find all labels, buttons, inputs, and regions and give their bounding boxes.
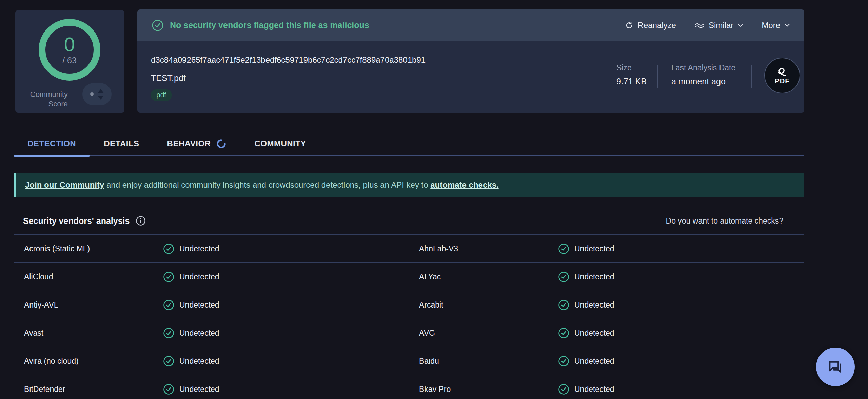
status-label: Undetected bbox=[179, 357, 219, 366]
vendor-name: AliCloud bbox=[14, 272, 163, 281]
table-row: BitDefenderUndetectedBkav ProUndetected bbox=[14, 375, 804, 399]
vendor-result: AvastUndetected bbox=[14, 319, 409, 347]
detection-score-donut: 0 / 63 bbox=[39, 19, 100, 81]
more-button[interactable]: More bbox=[762, 21, 790, 30]
divider bbox=[657, 65, 658, 88]
section-title: Security vendors' analysis bbox=[23, 216, 130, 226]
check-circle-icon bbox=[163, 243, 174, 254]
join-community-link[interactable]: Join our Community bbox=[25, 180, 104, 189]
status-label: Undetected bbox=[179, 272, 219, 281]
vendor-name: Avira (no cloud) bbox=[14, 357, 163, 366]
section-separator bbox=[14, 211, 804, 211]
table-row: Avira (no cloud)UndetectedBaiduUndetecte… bbox=[14, 347, 804, 375]
check-circle-icon bbox=[558, 271, 569, 282]
vote-down-icon[interactable] bbox=[98, 96, 104, 100]
status-message: No security vendors flagged this file as… bbox=[152, 19, 369, 31]
size-label: Size bbox=[616, 63, 647, 72]
chevron-down-icon bbox=[784, 23, 790, 27]
pdf-logo-icon bbox=[775, 66, 789, 78]
analysis-section-header: Security vendors' analysis Do you want t… bbox=[14, 214, 804, 228]
check-circle-icon bbox=[558, 384, 569, 395]
vendors-table: Acronis (Static ML)UndetectedAhnLab-V3Un… bbox=[14, 234, 804, 399]
vendor-result: AVGUndetected bbox=[409, 319, 804, 347]
chevron-down-icon bbox=[737, 23, 743, 27]
status-label: Undetected bbox=[179, 385, 219, 394]
tab-detection[interactable]: DETECTION bbox=[14, 132, 90, 155]
automate-checks-link[interactable]: automate checks. bbox=[430, 180, 498, 189]
loading-spinner-icon bbox=[216, 139, 226, 149]
divider bbox=[603, 65, 603, 88]
file-type-tag[interactable]: pdf bbox=[151, 89, 172, 101]
table-row: AvastUndetectedAVGUndetected bbox=[14, 319, 804, 347]
tab-label: COMMUNITY bbox=[254, 139, 306, 148]
status-label: Undetected bbox=[574, 300, 614, 310]
tab-label: BEHAVIOR bbox=[167, 139, 211, 148]
waves-icon bbox=[694, 22, 705, 29]
pdf-file-badge: PDF bbox=[764, 58, 800, 93]
vendor-result: BaiduUndetected bbox=[409, 347, 804, 375]
refresh-icon bbox=[625, 21, 634, 30]
vendor-result: BitDefenderUndetected bbox=[14, 375, 409, 399]
analysis-status-bar: No security vendors flagged this file as… bbox=[137, 9, 804, 41]
tab-behavior[interactable]: BEHAVIOR bbox=[153, 132, 241, 155]
vendor-name: Baidu bbox=[409, 357, 558, 366]
banner-text: Join our Community and enjoy additional … bbox=[25, 180, 499, 190]
chat-fab-button[interactable] bbox=[816, 348, 855, 386]
reanalyze-button[interactable]: Reanalyze bbox=[625, 21, 676, 30]
vendor-name: Acronis (Static ML) bbox=[14, 244, 163, 253]
file-info-card: d3c84a09265f7aac471f5e2f13bedf6c59719b6c… bbox=[137, 41, 804, 113]
check-circle-icon bbox=[163, 384, 174, 395]
file-size-block: Size 9.71 KB bbox=[616, 63, 647, 86]
vendor-status: Undetected bbox=[558, 243, 614, 254]
last-analysis-value: a moment ago bbox=[671, 77, 735, 86]
size-value: 9.71 KB bbox=[616, 77, 647, 86]
vendor-status: Undetected bbox=[558, 299, 614, 311]
status-label: Undetected bbox=[179, 244, 219, 253]
vendor-status: Undetected bbox=[558, 271, 614, 282]
vendor-status: Undetected bbox=[163, 384, 219, 395]
up-down-arrows-icon[interactable] bbox=[98, 89, 104, 100]
vendor-result: AhnLab-V3Undetected bbox=[409, 235, 804, 262]
chat-bubbles-icon bbox=[826, 357, 845, 377]
file-name: TEST.pdf bbox=[151, 73, 186, 83]
vendor-status: Undetected bbox=[558, 384, 614, 395]
status-label: Undetected bbox=[574, 385, 614, 394]
vendor-name: ALYac bbox=[409, 272, 558, 281]
check-circle-icon bbox=[558, 328, 569, 339]
tab-label: DETECTION bbox=[27, 139, 76, 148]
reanalyze-label: Reanalyze bbox=[638, 21, 676, 30]
vote-up-icon[interactable] bbox=[98, 89, 104, 93]
community-vote-widget[interactable] bbox=[82, 83, 112, 105]
vendor-name: Avast bbox=[14, 329, 163, 338]
vendor-result: AliCloudUndetected bbox=[14, 263, 409, 291]
tab-details[interactable]: DETAILS bbox=[90, 132, 153, 155]
check-circle-icon bbox=[558, 299, 569, 311]
status-label: Undetected bbox=[574, 357, 614, 366]
vendor-status: Undetected bbox=[558, 328, 614, 339]
vendor-name: Bkav Pro bbox=[409, 385, 558, 394]
vendor-name: AVG bbox=[409, 329, 558, 338]
info-icon[interactable] bbox=[136, 216, 146, 226]
check-circle-icon bbox=[163, 356, 174, 367]
similar-label: Similar bbox=[709, 21, 733, 30]
vendor-result: Avira (no cloud)Undetected bbox=[14, 347, 409, 375]
tab-community[interactable]: COMMUNITY bbox=[240, 132, 320, 155]
detection-score: 0 bbox=[64, 35, 75, 54]
divider bbox=[751, 65, 752, 88]
community-score-label: Community Score bbox=[19, 90, 68, 108]
vendor-status: Undetected bbox=[163, 299, 219, 311]
check-circle-icon bbox=[163, 299, 174, 311]
vendor-name: AhnLab-V3 bbox=[409, 244, 558, 253]
automate-checks-question[interactable]: Do you want to automate checks? bbox=[666, 216, 783, 226]
last-analysis-label: Last Analysis Date bbox=[671, 63, 735, 72]
check-circle-icon bbox=[152, 19, 164, 31]
vendor-name: Arcabit bbox=[409, 300, 558, 310]
similar-button[interactable]: Similar bbox=[694, 21, 743, 30]
vendor-status: Undetected bbox=[558, 356, 614, 367]
check-circle-icon bbox=[163, 328, 174, 339]
table-row: Acronis (Static ML)UndetectedAhnLab-V3Un… bbox=[14, 235, 804, 263]
header-actions: Reanalyze Similar More bbox=[625, 21, 790, 30]
status-label: Undetected bbox=[179, 300, 219, 310]
last-analysis-block: Last Analysis Date a moment ago bbox=[671, 63, 735, 86]
vendor-result: Antiy-AVLUndetected bbox=[14, 291, 409, 319]
